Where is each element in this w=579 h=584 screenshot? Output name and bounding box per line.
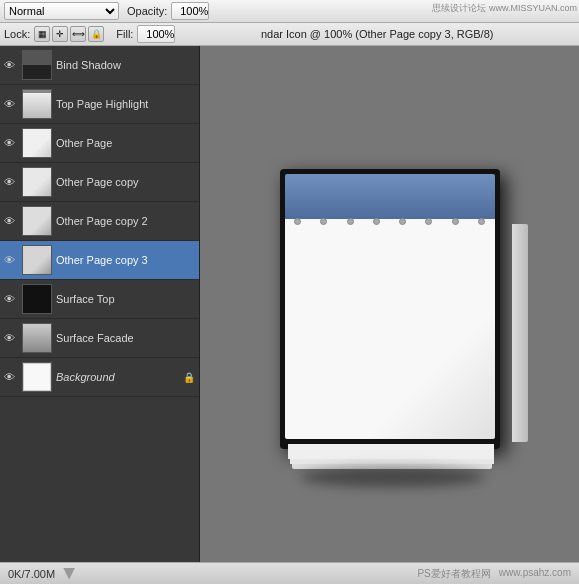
layer-name-bind-shadow: Bind Shadow <box>56 59 195 71</box>
eye-icon: 👁 <box>4 98 15 110</box>
layer-visibility-surface-facade[interactable]: 👁 <box>0 319 18 358</box>
layer-surface-facade[interactable]: 👁 Surface Facade <box>0 319 199 358</box>
opacity-input[interactable] <box>171 2 209 20</box>
layer-bind-shadow[interactable]: 👁 Bind Shadow <box>0 46 199 85</box>
lock-transparent-btn[interactable]: ▦ <box>34 26 50 42</box>
second-toolbar: Lock: ▦ ✛ ⟺ 🔒 Fill: ndar Icon @ 100% (Ot… <box>0 23 579 46</box>
layer-visibility-top-page-highlight[interactable]: 👁 <box>0 85 18 124</box>
eye-icon: 👁 <box>4 176 15 188</box>
status-bar: 0K/7.00M PS爱好者教程网 www.psahz.com <box>0 562 579 584</box>
eye-icon: 👁 <box>4 59 15 71</box>
layer-visibility-other-page-copy-3[interactable]: 👁 <box>0 241 18 280</box>
layer-name-surface-facade: Surface Facade <box>56 332 195 344</box>
spiral-8 <box>478 218 485 225</box>
watermark: 思续设计论坛 www.MISSYUAN.com <box>432 2 577 15</box>
nb-main-page <box>285 219 495 439</box>
layer-name-other-page-copy-2: Other Page copy 2 <box>56 215 195 227</box>
layer-other-page[interactable]: 👁 Other Page <box>0 124 199 163</box>
layer-name-top-page-highlight: Top Page Highlight <box>56 98 195 110</box>
spiral-4 <box>373 218 380 225</box>
layer-other-page-copy[interactable]: 👁 Other Page copy <box>0 163 199 202</box>
eye-icon: 👁 <box>4 215 15 227</box>
nb-page-layer-3 <box>288 444 494 459</box>
layer-thumb-other-page <box>22 128 52 158</box>
layers-panel: 👁 Bind Shadow 👁 Top Page Highlight 👁 <box>0 46 200 562</box>
lock-label: Lock: <box>4 28 30 40</box>
spiral-5 <box>399 218 406 225</box>
nb-shadow <box>300 467 485 487</box>
lock-all-btn[interactable]: 🔒 <box>88 26 104 42</box>
layer-surface-top[interactable]: 👁 Surface Top <box>0 280 199 319</box>
layer-thumb-surface-facade <box>22 323 52 353</box>
ps-url: www.psahz.com <box>499 567 571 581</box>
spiral-1 <box>294 218 301 225</box>
ps-text: PS爱好者教程网 <box>417 567 490 581</box>
layer-thumb-top-page-highlight <box>22 89 52 119</box>
layer-visibility-other-page-copy-2[interactable]: 👁 <box>0 202 18 241</box>
layer-name-background: Background <box>56 371 181 383</box>
status-right: PS爱好者教程网 www.psahz.com <box>417 567 571 581</box>
layer-name-surface-top: Surface Top <box>56 293 195 305</box>
nb-right-pages <box>512 224 528 442</box>
layer-other-page-copy-2[interactable]: 👁 Other Page copy 2 <box>0 202 199 241</box>
layer-name-other-page: Other Page <box>56 137 195 149</box>
top-toolbar: Normal Opacity: 思续设计论坛 www.MISSYUAN.com <box>0 0 579 23</box>
layer-top-page-highlight[interactable]: 👁 Top Page Highlight <box>0 85 199 124</box>
layer-name-other-page-copy: Other Page copy <box>56 176 195 188</box>
main-area: 👁 Bind Shadow 👁 Top Page Highlight 👁 <box>0 46 579 562</box>
spiral-7 <box>452 218 459 225</box>
layer-visibility-other-page[interactable]: 👁 <box>0 124 18 163</box>
canvas-area <box>200 46 579 562</box>
eye-icon: 👁 <box>4 293 15 305</box>
layer-name-other-page-copy-3: Other Page copy 3 <box>56 254 195 266</box>
layer-thumb-bind-shadow <box>22 50 52 80</box>
layer-thumb-other-page-copy-2 <box>22 206 52 236</box>
notebook-artwork <box>280 169 520 469</box>
eye-icon: 👁 <box>4 332 15 344</box>
nb-spirals <box>285 217 495 225</box>
spiral-6 <box>425 218 432 225</box>
layer-thumb-background <box>22 362 52 392</box>
lock-icons: ▦ ✛ ⟺ 🔒 <box>34 26 104 42</box>
layer-thumb-other-page-copy <box>22 167 52 197</box>
eye-icon: 👁 <box>4 371 15 383</box>
status-arrow-btn[interactable] <box>63 568 75 580</box>
layer-visibility-surface-top[interactable]: 👁 <box>0 280 18 319</box>
doc-size: 0K/7.00M <box>8 568 55 580</box>
layer-visibility-other-page-copy[interactable]: 👁 <box>0 163 18 202</box>
layer-background[interactable]: 👁 Background 🔒 <box>0 358 199 397</box>
opacity-label: Opacity: <box>127 5 167 17</box>
layer-thumb-other-page-copy-3 <box>22 245 52 275</box>
spiral-2 <box>320 218 327 225</box>
layer-visibility-background[interactable]: 👁 <box>0 358 18 397</box>
spiral-3 <box>347 218 354 225</box>
lock-position-btn[interactable]: ⟺ <box>70 26 86 42</box>
layer-thumb-surface-top <box>22 284 52 314</box>
layer-other-page-copy-3[interactable]: 👁 Other Page copy 3 <box>0 241 199 280</box>
fill-label: Fill: <box>116 28 133 40</box>
fill-input[interactable] <box>137 25 175 43</box>
lock-image-btn[interactable]: ✛ <box>52 26 68 42</box>
layer-lock-icon-background: 🔒 <box>183 372 195 383</box>
eye-icon: 👁 <box>4 254 15 266</box>
blend-mode-select[interactable]: Normal <box>4 2 119 20</box>
layer-visibility-bind-shadow[interactable]: 👁 <box>0 46 18 85</box>
eye-icon: 👁 <box>4 137 15 149</box>
canvas-title: ndar Icon @ 100% (Other Page copy 3, RGB… <box>179 28 575 40</box>
